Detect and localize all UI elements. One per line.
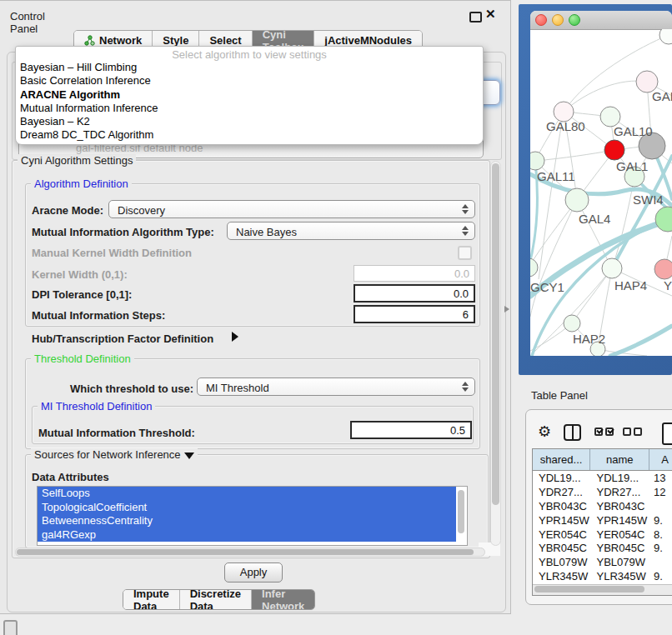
table-cell: YDR27... (591, 485, 650, 499)
algorithm-option[interactable]: Basic Correlation Inference (16, 74, 483, 88)
network-node-labels: GALGAL80GAL10GAL1GAL11SWI4GAL4GCY1HAP4YH… (530, 89, 672, 346)
network-window[interactable]: GALGAL80GAL10GAL1GAL11SWI4GAL4GCY1HAP4YH… (530, 11, 672, 356)
table-cell: YLR345W (533, 569, 591, 583)
table-cell: YDL19... (533, 471, 591, 485)
table-cell: YBR045C (533, 541, 591, 555)
table-row[interactable]: YBR043CYBR043C (533, 499, 672, 513)
node-label: GAL4 (579, 212, 610, 226)
aracne-mode-combo[interactable]: Discovery (108, 200, 475, 218)
settings-vscroll-thumb[interactable] (492, 163, 499, 505)
table-row[interactable]: YBL079WYBL079W (533, 555, 672, 569)
mi-type-label: Mutual Information Algorithm Type: (32, 226, 214, 238)
control-panel-title: Control Panel (10, 10, 45, 35)
aracne-mode-value: Discovery (118, 204, 165, 217)
dpi-tolerance-input[interactable] (354, 284, 475, 302)
network-node-hap4[interactable] (602, 258, 622, 278)
mi-steps-input[interactable] (354, 305, 475, 323)
attribute-list-scroll-thumb[interactable] (458, 490, 464, 533)
application-root: Control Panel ✕ Network Style Select Cyn… (0, 0, 672, 635)
manual-kernel-checkbox[interactable] (458, 246, 472, 260)
export-table-icon[interactable] (662, 422, 672, 445)
select-all-checks-icon[interactable] (594, 428, 614, 436)
settings-hscroll-thumb[interactable] (17, 549, 474, 555)
collapse-icon[interactable] (184, 452, 194, 459)
network-node-gal11[interactable] (530, 152, 544, 170)
table-row[interactable]: YDR27...YDR27...12 (533, 485, 672, 499)
data-attributes-list[interactable]: SelfLoopsTopologicalCoefficientBetweenne… (37, 486, 468, 546)
mi-steps-label: Mutual Information Steps: (32, 309, 165, 322)
attribute-item[interactable]: TopologicalCoefficient (38, 501, 456, 515)
spinner-arrows-icon (462, 204, 469, 214)
table-row[interactable]: YER054CYER054C8. (533, 528, 672, 542)
float-panel-icon[interactable] (469, 12, 482, 22)
which-threshold-combo[interactable]: MI Threshold (197, 378, 475, 396)
aracne-mode-label: Aracne Mode: (32, 204, 103, 217)
network-node-hap2[interactable] (564, 315, 580, 332)
tab-discretize-data[interactable]: Discretize Data (180, 590, 252, 609)
clear-all-checks-icon[interactable] (623, 428, 642, 436)
network-node-y[interactable] (654, 259, 672, 279)
table-cell: YBL079W (591, 555, 650, 569)
close-window-icon[interactable] (535, 14, 547, 26)
algorithm-dropdown-hint: Select algorithm to view settings (16, 47, 483, 61)
attribute-item[interactable]: SelfLoops (38, 487, 456, 501)
node-label: HAP2 (573, 332, 605, 346)
apply-button[interactable]: Apply (224, 562, 283, 582)
node-label: GAL80 (546, 119, 585, 133)
zoom-window-icon[interactable] (569, 14, 580, 26)
network-node-gcy1[interactable] (530, 258, 538, 277)
network-node-gal4[interactable] (565, 188, 589, 212)
table-column-header[interactable]: shared... (533, 449, 590, 470)
network-node[interactable] (655, 207, 672, 232)
table-cell: 9. (650, 541, 672, 555)
columns-icon[interactable] (564, 424, 581, 441)
close-icon[interactable]: ✕ (485, 7, 496, 22)
manual-kernel-label: Manual Kernel Width Definition (32, 247, 192, 259)
table-column-header[interactable]: A (649, 449, 672, 470)
spinner-arrows-icon (462, 382, 469, 392)
table-cell: YER054C (533, 528, 591, 542)
mi-type-combo[interactable]: Naive Bayes (227, 222, 475, 240)
network-window-titlebar[interactable] (530, 11, 672, 30)
table-row[interactable]: YPR145WYPR145W9. (533, 513, 672, 528)
network-icon (84, 35, 95, 46)
table-body: YDL19...YDL19...13YDR27...YDR27...12YBR0… (533, 471, 672, 596)
network-node[interactable] (659, 29, 672, 44)
which-threshold-label: Which threshold to use: (70, 382, 193, 395)
data-attributes-label: Data Attributes (32, 471, 109, 483)
tab-network-label: Network (99, 34, 142, 47)
node-label: GAL (652, 89, 672, 103)
hub-definition-label: Hub/Transcription Factor Definition (32, 332, 213, 345)
network-node-gal1[interactable] (604, 140, 624, 160)
table-row[interactable]: YBR045CYBR045C9. (533, 541, 672, 555)
gear-icon[interactable]: ⚙ (538, 422, 551, 441)
attribute-item[interactable]: BetweennessCentrality (38, 514, 456, 528)
spinner-arrows-icon (462, 226, 469, 236)
table-column-header[interactable]: name (590, 449, 649, 470)
mi-threshold-input[interactable] (350, 421, 472, 439)
table-row[interactable]: YDL19...YDL19...13 (533, 471, 672, 485)
kernel-width-input[interactable] (354, 265, 475, 282)
table-cell: YBR043C (591, 499, 650, 513)
node-label: Y (664, 278, 672, 292)
algorithm-option[interactable]: Bayesian – Hill Climbing (16, 61, 483, 74)
algorithm-option[interactable]: Bayesian – K2 (16, 115, 483, 128)
tab-infer-network[interactable]: Infer Network (252, 590, 314, 609)
attribute-item[interactable]: gal4RGexp (38, 528, 456, 542)
algorithm-option[interactable]: Dream8 DC_TDC Algorithm (16, 128, 483, 142)
minimize-window-icon[interactable] (552, 14, 564, 26)
hub-expand-icon[interactable] (232, 332, 238, 342)
table-cell: YDR27... (533, 485, 591, 499)
table-row[interactable]: YLR345WYLR345W9. (533, 569, 672, 583)
table-hscroll-thumb[interactable] (534, 586, 644, 592)
table-cell: 9. (650, 569, 672, 583)
table-cell: YBR043C (533, 499, 591, 513)
minimized-panel-icon[interactable] (3, 620, 18, 635)
network-canvas[interactable]: GALGAL80GAL10GAL1GAL11SWI4GAL4GCY1HAP4YH… (530, 29, 672, 356)
table-cell: 13 (650, 471, 672, 485)
panel-divider-handle[interactable] (504, 306, 509, 312)
node-label: GCY1 (530, 280, 564, 294)
tab-impute-data[interactable]: Impute Data (123, 590, 180, 609)
algorithm-option[interactable]: ARACNE Algorithm (16, 88, 483, 102)
algorithm-option[interactable]: Mutual Information Inference (16, 102, 483, 115)
